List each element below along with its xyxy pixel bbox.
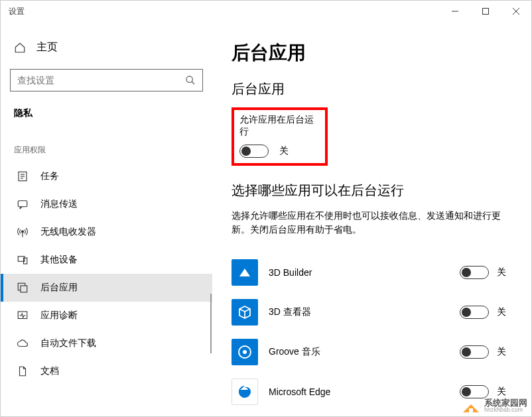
master-toggle[interactable]	[239, 145, 269, 158]
sidebar-item-label: 应用诊断	[40, 310, 78, 322]
sidebar-item-label: 其他设备	[40, 254, 78, 266]
sidebar-item-tasks[interactable]: 任务	[1, 162, 212, 190]
search-icon	[185, 75, 196, 86]
app-name: 3D 查看器	[269, 306, 449, 318]
sidebar-item-label: 消息传送	[40, 198, 78, 210]
section-title: 后台应用	[232, 80, 513, 98]
home-label: 主页	[36, 40, 58, 54]
app-icon	[232, 299, 258, 326]
sidebar-subsection-label: 应用权限	[1, 125, 212, 162]
app-icon	[232, 379, 258, 405]
master-toggle-state: 关	[279, 145, 289, 157]
svg-rect-22	[469, 408, 473, 412]
app-toggle-state: 关	[497, 386, 506, 398]
tasks-icon	[17, 170, 29, 182]
sidebar-item-label: 无线电收发器	[40, 226, 96, 238]
highlight-box: 允许应用在后台运行 关	[232, 107, 328, 166]
watermark-icon	[462, 398, 480, 414]
maximize-button[interactable]	[470, 1, 501, 22]
app-row: 3D 查看器 关	[232, 292, 513, 332]
app-toggle-state: 关	[497, 267, 506, 278]
app-name: Microsoft Edge	[269, 387, 449, 397]
page-title: 后台应用	[232, 40, 513, 66]
document-icon	[17, 365, 29, 377]
background-apps-icon	[17, 282, 29, 294]
app-name: Groove 音乐	[269, 346, 449, 358]
sidebar-item-label: 自动文件下载	[40, 337, 96, 349]
app-toggle[interactable]	[460, 385, 489, 398]
app-icon	[232, 339, 258, 365]
sidebar-item-label: 文档	[40, 365, 59, 377]
titlebar: 设置	[1, 1, 531, 22]
sidebar-item-label: 后台应用	[40, 282, 78, 294]
svg-rect-16	[21, 286, 27, 292]
search-box[interactable]	[10, 69, 203, 91]
message-icon	[17, 198, 29, 210]
app-row: Groove 音乐 关	[232, 332, 513, 372]
watermark-sub: hnzkhbsb.com	[484, 407, 527, 413]
app-row: 3D Builder 关	[232, 253, 513, 292]
sidebar-scrollbar[interactable]	[210, 294, 212, 353]
description-text: 选择允许哪些应用在不使用时也可以接收信息、发送通知和进行更新。关闭后台应用有助于…	[232, 209, 510, 237]
window-title: 设置	[9, 6, 25, 17]
close-button[interactable]	[501, 1, 531, 22]
app-toggle[interactable]	[460, 266, 489, 279]
svg-rect-10	[18, 201, 27, 207]
home-button[interactable]: 主页	[1, 35, 212, 60]
search-input[interactable]	[17, 75, 185, 86]
watermark: 系统家园网 hnzkhbsb.com	[462, 398, 527, 414]
content-area: 后台应用 后台应用 允许应用在后台运行 关 选择哪些应用可以在后台运行 选择允许…	[213, 22, 531, 416]
minimize-button[interactable]	[440, 1, 470, 22]
svg-point-11	[22, 231, 24, 233]
svg-line-5	[192, 82, 194, 84]
sidebar-item-radios[interactable]: 无线电收发器	[1, 218, 212, 246]
sidebar-item-auto-download[interactable]: 自动文件下载	[1, 329, 212, 357]
sidebar-item-messaging[interactable]: 消息传送	[1, 190, 212, 218]
sidebar-section-label: 隐私	[1, 101, 212, 125]
app-icon	[232, 259, 258, 286]
diagnostics-icon	[17, 310, 29, 322]
apps-list: 3D Builder 关 3D 查看器 关 Groove 音乐 关 Micros…	[232, 253, 513, 416]
sidebar-item-background-apps[interactable]: 后台应用	[1, 274, 212, 302]
svg-point-19	[243, 350, 247, 354]
home-icon	[14, 42, 26, 54]
sidebar-item-label: 任务	[40, 170, 59, 182]
app-toggle[interactable]	[460, 345, 489, 359]
window-controls	[440, 1, 531, 22]
svg-rect-1	[483, 9, 489, 15]
select-apps-title: 选择哪些应用可以在后台运行	[232, 182, 513, 200]
svg-point-4	[186, 76, 192, 82]
master-toggle-label: 允许应用在后台运行	[239, 114, 320, 138]
cloud-download-icon	[17, 337, 29, 349]
svg-rect-14	[24, 258, 27, 264]
sidebar: 主页 隐私 应用权限 任务 消息传送 无线电收发器	[1, 22, 213, 416]
app-toggle-state: 关	[497, 346, 506, 358]
radio-icon	[17, 226, 29, 238]
app-name: 3D Builder	[269, 267, 449, 278]
devices-icon	[17, 254, 29, 266]
sidebar-item-other-devices[interactable]: 其他设备	[1, 246, 212, 274]
sidebar-item-documents[interactable]: 文档	[1, 357, 212, 385]
app-toggle[interactable]	[460, 306, 489, 319]
app-toggle-state: 关	[497, 306, 506, 318]
sidebar-item-diagnostics[interactable]: 应用诊断	[1, 302, 212, 329]
